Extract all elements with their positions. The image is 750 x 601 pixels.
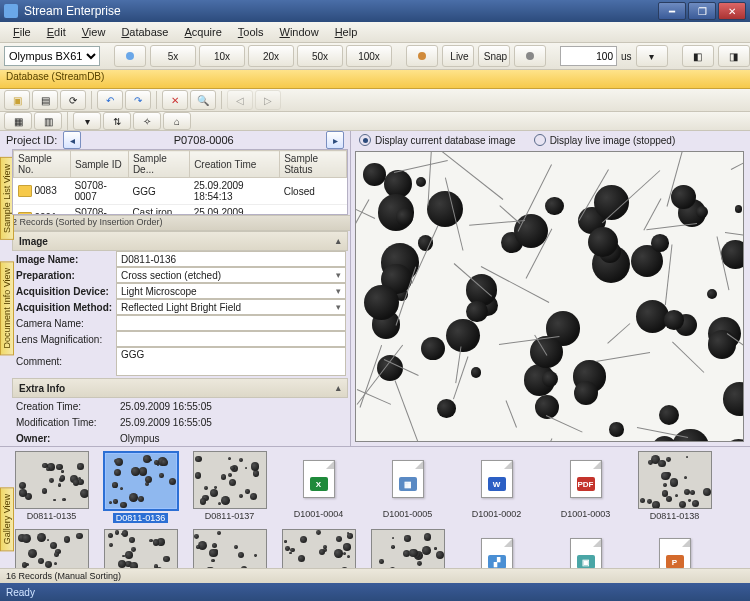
title-bar: Stream Enterprise ━ ❐ ✕ [0, 0, 750, 22]
image-section-header[interactable]: Image▴ [12, 231, 348, 251]
gallery-label: D0811-0135 [27, 511, 77, 521]
db-toolbar-2: ▦ ▥ ▾ ⇅ ✧ ⌂ [0, 112, 750, 131]
db-find-icon[interactable]: 🔍 [190, 90, 216, 110]
objective-button[interactable] [114, 45, 146, 67]
creation-time: 25.09.2009 16:55:05 [116, 399, 346, 413]
tool-button-a[interactable] [514, 45, 546, 67]
camera-name-field[interactable] [116, 315, 346, 331]
project-next-button[interactable]: ▸ [326, 131, 344, 149]
gallery-item[interactable]: XD1001-0004 [281, 451, 356, 523]
comment-field[interactable]: GGG [116, 347, 346, 376]
exposure-unit: us [621, 51, 632, 62]
db-delete-icon[interactable]: ✕ [162, 90, 188, 110]
side-tab-docinfo[interactable]: Document Info View [0, 261, 14, 355]
right-pane: Display current database image Display l… [351, 131, 750, 446]
app-title: Stream Enterprise [24, 4, 121, 18]
menu-acquire[interactable]: Acquire [177, 24, 228, 40]
table-row[interactable]: 0091S0708-0008Cast iron a...25.09.2009 1… [14, 205, 347, 215]
db-prev-icon[interactable]: ◁ [227, 90, 253, 110]
misc-button-1[interactable]: ◧ [682, 45, 714, 67]
side-tab-gallery[interactable]: Gallery View [0, 487, 14, 551]
app-icon [4, 4, 18, 18]
project-id-label: Project ID: [6, 134, 57, 146]
gallery-item[interactable]: D0811-0135 [14, 451, 89, 523]
acq-method-select[interactable]: Reflected Light Bright Field [116, 299, 346, 315]
gallery-label: D0811-0136 [113, 513, 169, 523]
gallery-item[interactable]: ▦D1001-0005 [370, 451, 445, 523]
snap-button[interactable]: Snap [478, 45, 510, 67]
gallery-item[interactable]: D0811-0138 [637, 451, 712, 523]
new-folder-icon[interactable]: ▤ [32, 90, 58, 110]
filter-icon[interactable]: ▾ [73, 112, 101, 130]
app-window: Stream Enterprise ━ ❐ ✕ FileEditViewData… [0, 0, 750, 601]
radio-db-image[interactable]: Display current database image [359, 134, 516, 146]
db-next-icon[interactable]: ▷ [255, 90, 281, 110]
exposure-dropdown[interactable]: ▾ [636, 45, 668, 67]
wand-icon[interactable]: ✧ [133, 112, 161, 130]
gallery-label: D1001-0003 [561, 509, 611, 519]
col-header[interactable]: Sample Status [280, 151, 347, 178]
menu-edit[interactable]: Edit [40, 24, 73, 40]
zoom-20x[interactable]: 20x [248, 45, 294, 67]
menu-window[interactable]: Window [272, 24, 325, 40]
gallery-view: Gallery View D0811-0135D0811-0136D0811-0… [0, 446, 750, 583]
zoom-10x[interactable]: 10x [199, 45, 245, 67]
gallery-item[interactable]: WD1001-0002 [459, 451, 534, 523]
modification-time: 25.09.2009 16:55:05 [116, 415, 346, 429]
misc-button-2[interactable]: ◨ [718, 45, 750, 67]
live-button[interactable]: Live [442, 45, 474, 67]
col-header[interactable]: Sample ID [70, 151, 128, 178]
image-name-field[interactable]: D0811-0136 [116, 251, 346, 267]
cam-button[interactable] [406, 45, 438, 67]
magnification-field[interactable] [116, 331, 346, 347]
maximize-button[interactable]: ❐ [688, 2, 716, 20]
view-1-icon[interactable]: ▦ [4, 112, 32, 130]
menu-tools[interactable]: Tools [231, 24, 271, 40]
menu-help[interactable]: Help [328, 24, 365, 40]
exposure-input[interactable] [560, 46, 617, 66]
col-header[interactable]: Sample De... [128, 151, 189, 178]
gallery-label: D1001-0002 [472, 509, 522, 519]
folder-open-icon[interactable]: ▣ [4, 90, 30, 110]
menu-view[interactable]: View [75, 24, 113, 40]
gallery-item[interactable]: PDFD1001-0003 [548, 451, 623, 523]
col-header[interactable]: Sample No. [14, 151, 71, 178]
sample-table[interactable]: Sample No.Sample IDSample De...Creation … [12, 149, 348, 215]
zoom-50x[interactable]: 50x [297, 45, 343, 67]
sort-icon[interactable]: ⇅ [103, 112, 131, 130]
radio-live-image[interactable]: Display live image (stopped) [534, 134, 676, 146]
close-button[interactable]: ✕ [718, 2, 746, 20]
database-panel-header: Database (StreamDB) [0, 70, 750, 89]
db-redo-icon[interactable]: ↷ [125, 90, 151, 110]
project-id-value: P0708-0006 [87, 134, 320, 146]
device-select[interactable]: Olympus BX61 [4, 46, 100, 66]
preparation-select[interactable]: Cross section (etched) [116, 267, 346, 283]
status-bar: Ready [0, 583, 750, 601]
left-pane: Sample List View Document Info View Proj… [0, 131, 351, 446]
gallery-footer: 16 Records (Manual Sorting) [0, 568, 750, 583]
zoom-5x[interactable]: 5x [150, 45, 196, 67]
gallery-item[interactable]: D0811-0136 [103, 451, 178, 523]
gallery-item[interactable]: D0811-0137 [192, 451, 267, 523]
records-bar: 2 Records (Sorted by Insertion Order) [0, 215, 350, 231]
col-header[interactable]: Creation Time [190, 151, 280, 178]
menu-database[interactable]: Database [114, 24, 175, 40]
extra-section-header[interactable]: Extra Info▴ [12, 378, 348, 398]
home-icon[interactable]: ⌂ [163, 112, 191, 130]
acq-device-select[interactable]: Light Microscope [116, 283, 346, 299]
view-2-icon[interactable]: ▥ [34, 112, 62, 130]
gallery-label: D0811-0137 [205, 511, 255, 521]
gallery-label: D0811-0138 [650, 511, 700, 521]
project-prev-button[interactable]: ◂ [63, 131, 81, 149]
menu-bar: FileEditViewDatabaseAcquireToolsWindowHe… [0, 22, 750, 43]
owner: Olympus [116, 431, 346, 445]
main-toolbar: Olympus BX61 5x10x20x50x100x Live Snap u… [0, 43, 750, 70]
zoom-100x[interactable]: 100x [346, 45, 392, 67]
minimize-button[interactable]: ━ [658, 2, 686, 20]
table-row[interactable]: 0083S0708-0007GGG25.09.2009 18:54:13Clos… [14, 178, 347, 205]
db-undo-icon[interactable]: ↶ [97, 90, 123, 110]
db-refresh-icon[interactable]: ⟳ [60, 90, 86, 110]
image-viewer[interactable] [355, 151, 744, 442]
gallery-label: D1001-0005 [383, 509, 433, 519]
menu-file[interactable]: File [6, 24, 38, 40]
